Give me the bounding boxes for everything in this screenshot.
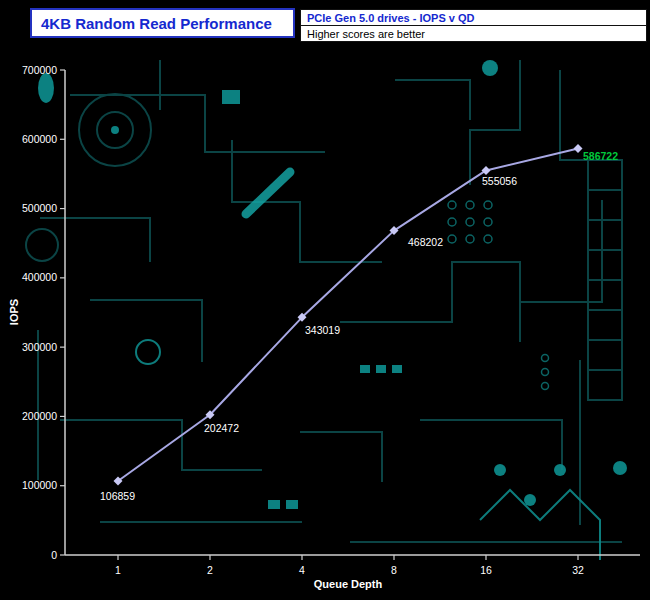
- data-point-label: 106859: [100, 490, 135, 502]
- data-point-label: 202472: [204, 422, 239, 434]
- y-tick-label: 300000: [22, 341, 57, 353]
- x-tick-label: 4: [299, 564, 305, 576]
- data-line: [118, 148, 578, 480]
- benchmark-chart-page: 4KB Random Read Performance PCIe Gen 5.0…: [0, 0, 650, 600]
- data-point-label: 555056: [482, 175, 517, 187]
- y-tick-label: 500000: [22, 202, 57, 214]
- y-tick-label: 400000: [22, 271, 57, 283]
- y-tick-label: 100000: [22, 479, 57, 491]
- y-tick-label: 600000: [22, 133, 57, 145]
- data-point-label: 343019: [305, 324, 340, 336]
- data-point-label: 586722: [583, 150, 618, 162]
- y-tick-label: 200000: [22, 410, 57, 422]
- x-tick-label: 2: [207, 564, 213, 576]
- x-tick-label: 32: [572, 564, 584, 576]
- x-tick-label: 1: [115, 564, 121, 576]
- data-point-label: 468202: [408, 236, 443, 248]
- x-tick-label: 8: [391, 564, 397, 576]
- x-axis-title: Queue Depth: [314, 578, 383, 590]
- y-axis-title: IOPS: [8, 299, 20, 325]
- y-tick-label: 0: [51, 549, 57, 561]
- data-point: [574, 144, 583, 153]
- line-chart: 0100000200000300000400000500000600000700…: [0, 0, 650, 600]
- x-tick-label: 16: [480, 564, 492, 576]
- y-tick-label: 700000: [22, 64, 57, 76]
